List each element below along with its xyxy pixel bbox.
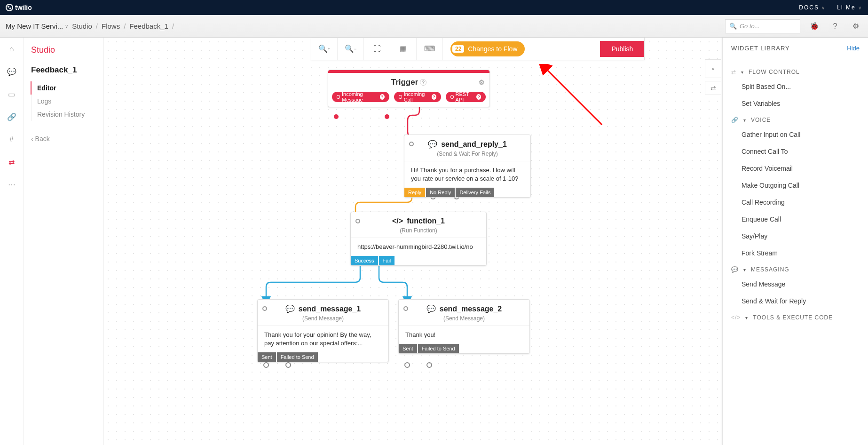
caret-down-icon: ▾ xyxy=(743,267,746,272)
svg-point-6 xyxy=(286,363,291,367)
library-category[interactable]: 💬▾MESSAGING xyxy=(723,262,868,276)
node-body: https://beaver-hummingbird-2280.twil.io/… xyxy=(351,238,486,256)
panel-collapse-icon[interactable]: « xyxy=(705,59,721,78)
library-item[interactable]: Call Recording xyxy=(723,194,868,211)
library-item[interactable]: Gather Input on Call xyxy=(723,126,868,143)
side-panel: Studio Feedback_1 Editor Logs Revision H… xyxy=(24,38,103,445)
chevron-down-icon: ∨ xyxy=(65,24,68,29)
node-function[interactable]: </> function_1 (Run Function) https://be… xyxy=(350,212,487,266)
library-item[interactable]: Fork Stream xyxy=(723,245,868,262)
node-send-and-reply[interactable]: 💬 send_and_reply_1 (Send & Wait For Repl… xyxy=(404,135,531,198)
changes-pill[interactable]: 22 Changes to Flow xyxy=(450,41,525,56)
nav-chat-icon[interactable]: 💬 xyxy=(6,66,17,77)
trigger-port-message[interactable]: Incoming Message? xyxy=(332,92,389,102)
top-bar: twilio DOCS ∨ Li Me ∨ xyxy=(0,0,868,15)
port-delivery-fails[interactable]: Delivery Fails xyxy=(456,188,494,197)
node-send-message-2[interactable]: 💬 send_message_2 (Send Message) Thank yo… xyxy=(398,299,530,354)
flow-icon: ⇄ xyxy=(731,69,736,75)
nav-studio-icon[interactable]: ⇄ xyxy=(6,156,17,167)
crumb-link[interactable]: Flows xyxy=(102,22,120,30)
node-body: Hi! Thank you for a purchase. How will y… xyxy=(404,161,530,188)
user-menu[interactable]: Li Me ∨ xyxy=(837,4,862,11)
nav-more-icon[interactable]: ⋯ xyxy=(6,179,17,190)
hide-link[interactable]: Hide xyxy=(847,45,860,52)
library-item[interactable]: Enqueue Call xyxy=(723,211,868,228)
changes-count: 22 xyxy=(452,45,464,53)
caret-down-icon: ▾ xyxy=(745,315,748,320)
nav-hash-icon[interactable]: # xyxy=(6,134,17,145)
library-item[interactable]: Send & Wait for Reply xyxy=(723,293,868,310)
search-input[interactable]: 🔍 Go to... xyxy=(725,19,800,33)
trigger-port-rest[interactable]: REST API? xyxy=(446,92,486,102)
library-item[interactable]: Send Message xyxy=(723,276,868,293)
node-title: function_1 xyxy=(407,217,445,225)
nav-link-icon[interactable]: 🔗 xyxy=(6,111,17,122)
library-item[interactable]: Connect Call To xyxy=(723,143,868,160)
crumb-link[interactable]: Studio xyxy=(72,22,92,30)
library-item[interactable]: Say/Play xyxy=(723,228,868,245)
brand-logo[interactable]: twilio xyxy=(6,4,32,11)
port-sent[interactable]: Sent xyxy=(258,352,276,362)
svg-line-0 xyxy=(546,69,602,125)
docs-link[interactable]: DOCS ∨ xyxy=(799,4,826,11)
arrow-annotation xyxy=(537,64,602,125)
debug-icon[interactable]: 🐞 xyxy=(808,20,821,33)
node-body: Thank you for your opinion! By the way, … xyxy=(258,326,388,352)
crumb-link[interactable]: Feedback_1 xyxy=(129,22,168,30)
svg-point-7 xyxy=(405,363,410,367)
node-send-message-1[interactable]: 💬 send_message_1 (Send Message) Thank yo… xyxy=(257,299,389,362)
nav-message-icon[interactable]: ▭ xyxy=(6,88,17,100)
breadcrumb: My New IT Servi... ∨ Studio / Flows / Fe… xyxy=(6,22,174,30)
publish-button[interactable]: Publish xyxy=(600,41,644,57)
library-item[interactable]: Set Variables xyxy=(723,95,868,112)
port-fail[interactable]: Fail xyxy=(379,256,395,265)
trigger-port-call[interactable]: Incoming Call? xyxy=(394,92,441,102)
tab-logs[interactable]: Logs xyxy=(32,95,103,108)
trigger-widget[interactable]: Trigger ? ⚙ Incoming Message? Incoming C… xyxy=(328,70,490,107)
nav-home-icon[interactable]: ⌂ xyxy=(6,43,17,55)
port-no-reply[interactable]: No Reply xyxy=(426,188,455,197)
account-selector[interactable]: My New IT Servi... ∨ xyxy=(6,22,68,30)
node-port-in[interactable] xyxy=(355,219,360,223)
node-title: send_message_2 xyxy=(440,305,502,313)
node-port-in[interactable] xyxy=(403,306,408,311)
logo-icon xyxy=(6,4,13,11)
port-failed[interactable]: Failed to Send xyxy=(418,344,459,353)
port-sent[interactable]: Sent xyxy=(399,344,417,353)
fit-icon[interactable]: ⛶ xyxy=(364,38,390,60)
help-icon[interactable]: ? xyxy=(420,79,426,86)
node-port-in[interactable] xyxy=(262,306,267,311)
gear-icon[interactable]: ⚙ xyxy=(479,79,485,86)
svg-point-2 xyxy=(385,114,389,119)
panel-tab-flow-icon[interactable]: ⇄ xyxy=(705,81,721,95)
rail-nav: ⌂ 💬 ▭ 🔗 # ⇄ ⋯ xyxy=(0,38,24,445)
port-success[interactable]: Success xyxy=(351,256,378,265)
zoom-in-icon[interactable]: 🔍+ xyxy=(311,38,338,60)
library-category[interactable]: 🔗▾VOICE xyxy=(723,112,868,126)
library-item[interactable]: Record Voicemail xyxy=(723,160,868,177)
node-title: send_message_1 xyxy=(299,305,361,313)
help-icon[interactable]: ? xyxy=(829,20,842,33)
tab-editor[interactable]: Editor xyxy=(31,81,103,95)
category-label: VOICE xyxy=(751,117,771,123)
message-icon: 💬 xyxy=(428,140,437,149)
sub-bar: My New IT Servi... ∨ Studio / Flows / Fe… xyxy=(0,15,868,38)
library-category[interactable]: ⇄▾FLOW CONTROL xyxy=(723,64,868,78)
code-icon: </> xyxy=(392,217,403,225)
node-subtitle: (Send & Wait For Reply) xyxy=(404,151,530,161)
zoom-out-icon[interactable]: 🔍− xyxy=(338,38,364,60)
library-item[interactable]: Make Outgoing Call xyxy=(723,177,868,194)
port-failed[interactable]: Failed to Send xyxy=(277,352,318,362)
gear-icon[interactable]: ⚙ xyxy=(849,20,862,33)
voice-icon: 🔗 xyxy=(731,117,739,123)
node-port-in[interactable] xyxy=(409,142,414,146)
keyboard-icon[interactable]: ⌨ xyxy=(417,38,443,60)
node-subtitle: (Send Message) xyxy=(399,315,529,326)
library-category[interactable]: </>▾TOOLS & EXECUTE CODE xyxy=(723,310,868,324)
library-item[interactable]: Split Based On... xyxy=(723,78,868,95)
tab-revision-history[interactable]: Revision History xyxy=(32,108,103,121)
back-link[interactable]: ‹ Back xyxy=(31,135,103,143)
port-reply[interactable]: Reply xyxy=(404,188,425,197)
category-label: MESSAGING xyxy=(751,266,789,273)
grid-icon[interactable]: ▦ xyxy=(390,38,417,60)
